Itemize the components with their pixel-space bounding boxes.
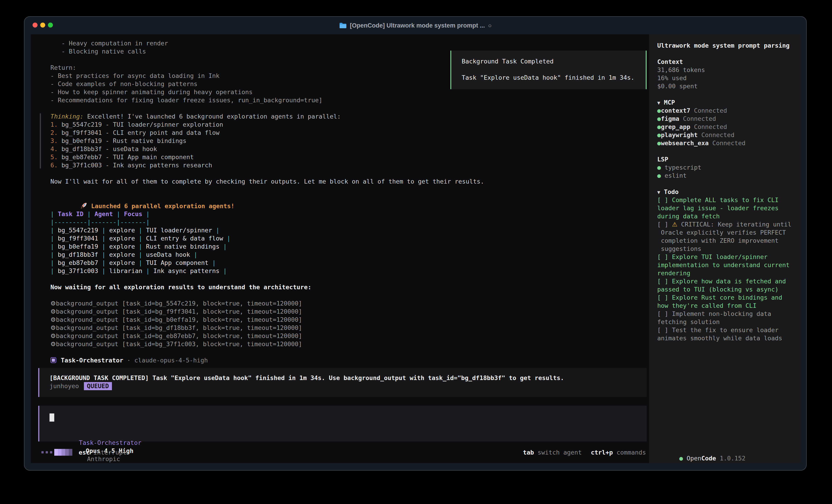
notification-toast: Background Task Completed Task "Explore … (450, 51, 647, 89)
context-spent: $0.00 spent (657, 82, 797, 90)
titlebar: [OpenCode] Ultrawork mode system prompt … (24, 17, 806, 34)
spinner-cell (65, 449, 69, 456)
table-row: | bg_b0effa19 | explore | Rust native bi… (50, 243, 649, 251)
notification-body: Task "Explore useData hook" finished in … (462, 74, 646, 82)
todo-item: [ ] Explore Rust core bindings and how t… (657, 293, 797, 310)
table-header-row: | Task ID | Agent | Focus | (50, 210, 649, 218)
tool-call-line: ⚙background_output [task_id=bg_f9ff3041,… (50, 308, 649, 316)
checkbox-icon: [ ] (657, 310, 668, 317)
blank-line (50, 275, 649, 283)
thinking-item: 2. bg_f9ff3041 - CLI entry point and dat… (50, 129, 649, 137)
mcp-item: ●grep_app Connected (657, 123, 797, 131)
input-agent-name[interactable]: Task-Orchestrator (79, 439, 141, 446)
agent-name: Task-Orchestrator (61, 357, 123, 364)
mcp-section-header[interactable]: ▼ MCP (657, 99, 797, 107)
completed-message: [BACKGROUND TASK COMPLETED] Task "Explor… (50, 374, 640, 382)
context-heading: Context (657, 58, 797, 66)
table-row: | bg_df18bb3f | explore | useData hook | (50, 251, 649, 259)
folder-icon (339, 22, 347, 29)
thinking-item: 5. bg_eb87ebb7 - TUI App main component (50, 153, 649, 161)
checkbox-icon: [ ] (657, 253, 668, 260)
progress-spinner (42, 449, 72, 456)
thinking-intro: Thinking: Excellent! I've launched 6 bac… (50, 112, 649, 120)
spinner-cell (54, 449, 58, 456)
sidebar-title: Ultrawork mode system prompt parsing (657, 41, 797, 50)
agent-icon (50, 357, 56, 363)
spinner-dot (50, 451, 52, 453)
table-row: | bg_37f1c003 | librarian | Ink async pa… (50, 267, 649, 275)
tool-call-line: ⚙background_output [task_id=bg_5547c219,… (50, 300, 649, 308)
table-row: | bg_f9ff3041 | explore | CLI entry & da… (50, 234, 649, 243)
table-separator-row: |---------|-------|-------| (50, 218, 649, 226)
tool-call-line: ⚙background_output [task_id=bg_b0effa19,… (50, 316, 649, 324)
blank-line (50, 169, 649, 177)
todo-item: [ ] Explore TUI loader/spinner implement… (657, 253, 797, 277)
model-name: claude-opus-4-5-high (134, 357, 208, 364)
window-title-area: [OpenCode] Ultrawork mode system prompt … (24, 17, 806, 34)
gear-icon: ⚙ (50, 308, 56, 315)
gear-icon: ⚙ (50, 316, 56, 323)
background-task-completed-panel: [BACKGROUND TASK COMPLETED] Task "Explor… (38, 368, 647, 397)
context-used: 16% used (657, 74, 797, 82)
tool-result-line: - Recommendations for fixing loader free… (50, 96, 649, 104)
lsp-item: ● typescript (657, 164, 797, 172)
assistant-text: Now I'll wait for all of them to complet… (50, 177, 649, 186)
input-provider-name: Anthropic (87, 455, 120, 463)
todo-item: [ ] ⚠ CRITICAL: Keep iterating until Ora… (657, 220, 797, 253)
table-row: | bg_eb87ebb7 | explore | TUI App compon… (50, 259, 649, 267)
lsp-item: ● eslint (657, 172, 797, 180)
tool-call-line: ⚙background_output [task_id=bg_37f1c003,… (50, 340, 649, 348)
chevron-down-icon: ▼ (657, 190, 660, 195)
blank-line (50, 186, 649, 194)
status-dot-icon: ● (657, 132, 661, 138)
notification-title: Background Task Completed (462, 57, 646, 65)
mcp-item: ●figma Connected (657, 115, 797, 123)
todo-section-header[interactable]: ▼ Todo (657, 188, 797, 196)
gear-icon: ⚙ (50, 340, 56, 347)
orchestrator-line: Task-Orchestrator · claude-opus-4-5-high (50, 356, 649, 364)
todo-item: [ ] Test the fix to ensure loader animat… (657, 326, 797, 342)
todo-item: [ ] Explore how data is fetched and pass… (657, 277, 797, 293)
table-row: | bg_5547c219 | explore | TUI loader/spi… (50, 226, 649, 234)
status-dot-icon: ● (679, 455, 683, 462)
checkbox-icon: [ ] (657, 327, 668, 334)
rocket-icon (80, 202, 87, 209)
spinner-dot (42, 451, 44, 453)
tool-call-line: ⚙background_output [task_id=bg_df18bb3f,… (50, 324, 649, 332)
blank-line (50, 104, 649, 112)
thinking-item: 3. bg_b0effa19 - Rust native bindings (50, 137, 649, 145)
status-badge: QUEUED (84, 382, 112, 390)
blank-line (462, 65, 646, 74)
esc-key-hint: esc (79, 449, 90, 456)
status-dot-icon: ● (657, 164, 661, 171)
gear-icon: ⚙ (50, 324, 56, 331)
thinking-item: 4. bg_df18bb3f - useData hook (50, 145, 649, 153)
thinking-block: Thinking: Excellent! I've launched 6 bac… (50, 112, 649, 169)
spinner-cell (69, 449, 72, 456)
warning-icon: ⚠ (672, 221, 677, 228)
completed-meta: junhoyeoQUEUED (50, 382, 640, 390)
context-tokens: 31,686 tokens (657, 66, 797, 74)
app-version: 1.0.152 (716, 455, 746, 462)
status-dot-icon: ● (657, 172, 661, 179)
spinner-cell (61, 449, 65, 456)
blank-line (657, 50, 797, 58)
checkbox-icon: [ ] (657, 294, 668, 301)
prompt-input[interactable]: Task-Orchestrator Opus 4.5 High Anthropi… (38, 406, 647, 442)
assistant-text-bold: Now waiting for all exploration results … (50, 283, 649, 291)
status-dot-icon: ● (657, 123, 661, 130)
status-dot-icon: ● (657, 115, 661, 122)
thinking-label: Thinking: (50, 113, 83, 120)
input-agent-line: Task-Orchestrator Opus 4.5 High Anthropi… (50, 430, 640, 439)
todo-item: [ ] Complete ALL tasks to fix CLI loader… (657, 196, 797, 220)
tool-call-line: ⚙background_output [task_id=bg_eb87ebb7,… (50, 332, 649, 340)
ctrlp-key-hint: ctrl+p (591, 449, 613, 456)
mcp-item: ●websearch_exa Connected (657, 139, 797, 147)
username: junhoyeo (50, 383, 79, 390)
launch-line: Launched 6 parallel exploration agents! (50, 194, 649, 202)
status-bar-right: tab switch agentctrl+p commands (494, 442, 646, 463)
terminal-pane[interactable]: - Heavy computation in render - Blocking… (31, 34, 649, 463)
tool-result-line: - How to keep spinner animating during h… (50, 88, 649, 96)
blank-line (657, 180, 797, 188)
text-cursor (50, 414, 54, 422)
